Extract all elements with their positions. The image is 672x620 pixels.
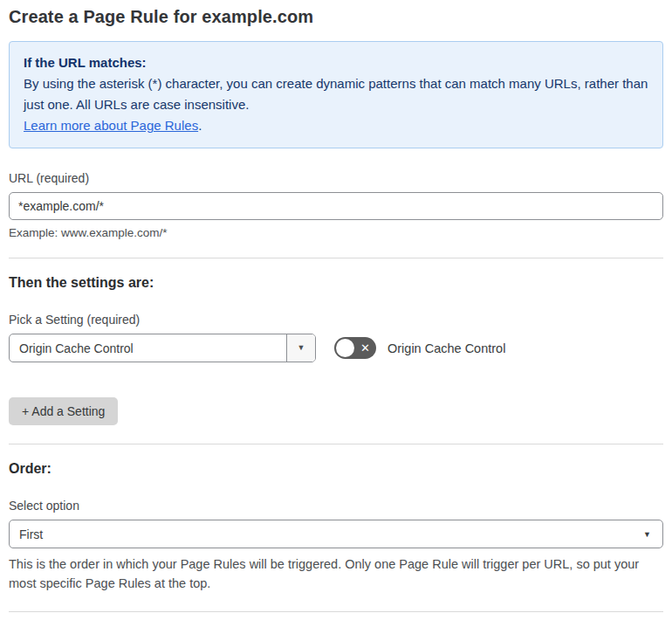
order-select-label: Select option	[9, 499, 663, 513]
order-select-value: First	[19, 527, 43, 541]
info-box-body: By using the asterisk (*) character, you…	[24, 73, 648, 115]
info-box-heading: If the URL matches:	[24, 52, 648, 73]
setting-select-value: Origin Cache Control	[10, 334, 286, 362]
divider-footer	[9, 611, 663, 612]
origin-cache-control-toggle[interactable]: ✕	[334, 337, 376, 359]
learn-more-link[interactable]: Learn more about Page Rules	[24, 118, 198, 133]
order-help-text: This is the order in which your Page Rul…	[9, 555, 663, 593]
setting-select-arrow-button[interactable]: ▼	[286, 334, 315, 362]
order-section-heading: Order:	[9, 461, 663, 477]
chevron-down-icon: ▼	[298, 344, 305, 352]
add-setting-button[interactable]: + Add a Setting	[9, 397, 118, 425]
setting-select[interactable]: Origin Cache Control ▼	[9, 334, 316, 362]
chevron-down-icon: ▼	[643, 530, 651, 538]
url-example-text: Example: www.example.com/*	[9, 226, 663, 239]
url-field-label: URL (required)	[9, 171, 663, 185]
toggle-off-x-icon: ✕	[360, 337, 370, 359]
toggle-knob	[336, 339, 354, 357]
info-box-link-line: Learn more about Page Rules.	[24, 115, 648, 136]
setting-row: Origin Cache Control ▼ ✕ Origin Cache Co…	[9, 334, 663, 362]
order-select[interactable]: First ▼	[9, 520, 663, 548]
link-period: .	[198, 118, 202, 133]
pick-setting-label: Pick a Setting (required)	[9, 313, 663, 327]
divider-after-url	[9, 258, 663, 258]
url-input[interactable]	[9, 192, 663, 220]
toggle-label: Origin Cache Control	[387, 341, 505, 355]
page-title: Create a Page Rule for example.com	[9, 7, 663, 27]
settings-section-heading: Then the settings are:	[9, 275, 663, 291]
url-match-info-box: If the URL matches: By using the asteris…	[9, 41, 663, 148]
divider-after-settings	[9, 444, 663, 444]
